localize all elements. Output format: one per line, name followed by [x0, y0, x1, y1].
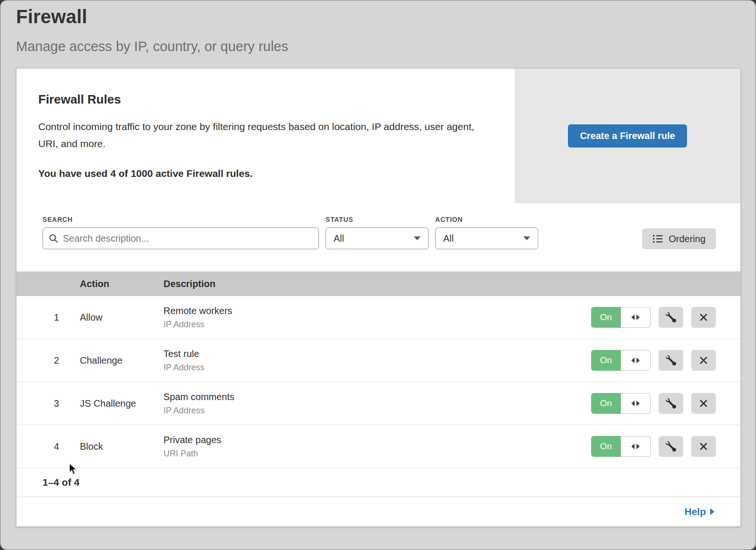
row-action: JS Challenge	[80, 398, 163, 409]
arrow-left-icon	[631, 314, 635, 320]
row-controls: On	[591, 393, 740, 414]
row-priority: 3	[17, 398, 80, 409]
intro-section: Firewall Rules Control incoming traffic …	[17, 69, 740, 203]
description-column-header: Description	[163, 279, 740, 289]
rule-toggle[interactable]: On	[591, 393, 651, 414]
row-description: Remote workers IP Address	[163, 306, 591, 330]
edit-rule-button[interactable]	[659, 307, 683, 328]
arrow-right-icon	[636, 444, 640, 449]
row-priority: 2	[17, 355, 80, 366]
status-selected-value: All	[334, 233, 344, 244]
page-title: Firewall	[16, 6, 740, 27]
search-box	[43, 227, 319, 249]
table-row: 3 JS Challenge Spam comments IP Address …	[17, 382, 740, 425]
intro-heading: Firewall Rules	[38, 92, 486, 107]
intro-description: Control incoming traffic to your zone by…	[38, 118, 486, 152]
search-label: SEARCH	[43, 216, 319, 223]
pagination-text: 1–4 of 4	[43, 477, 79, 488]
row-description-field: URI Path	[163, 449, 591, 459]
status-group: STATUS All	[326, 216, 429, 249]
toggle-off-handle[interactable]	[621, 436, 651, 457]
arrow-left-icon	[631, 358, 635, 363]
chevron-down-icon	[524, 236, 530, 240]
row-description-title: Remote workers	[163, 306, 591, 316]
rule-toggle[interactable]: On	[591, 307, 651, 328]
arrow-left-icon	[631, 401, 635, 406]
usage-text: You have used 4 of 1000 active Firewall …	[38, 168, 486, 179]
firewall-rules-card: Firewall Rules Control incoming traffic …	[16, 68, 741, 527]
row-description-field: IP Address	[163, 363, 591, 373]
search-input[interactable]	[63, 233, 313, 244]
row-action: Challenge	[80, 355, 163, 366]
rule-toggle[interactable]: On	[591, 350, 651, 371]
row-priority: 1	[17, 312, 80, 323]
arrow-right-icon	[636, 314, 640, 320]
toggle-off-handle[interactable]	[621, 350, 651, 371]
table-row: 4 Block Private pages URI Path On	[17, 425, 740, 468]
row-controls: On	[591, 307, 740, 328]
chevron-down-icon	[414, 236, 421, 240]
filters-bar: SEARCH STATUS All ACTION	[17, 203, 740, 271]
row-action: Allow	[80, 312, 163, 323]
action-selected-value: All	[443, 233, 454, 244]
toggle-off-handle[interactable]	[621, 393, 651, 414]
intro-text-block: Firewall Rules Control incoming traffic …	[17, 69, 515, 203]
row-description: Test rule IP Address	[163, 349, 591, 373]
arrow-right-icon	[636, 401, 640, 406]
row-description-field: IP Address	[163, 320, 591, 330]
row-description-field: IP Address	[163, 406, 591, 416]
row-action: Block	[80, 441, 163, 452]
rule-toggle[interactable]: On	[591, 436, 651, 457]
page-subtitle: Manage access by IP, country, or query r…	[16, 39, 740, 54]
ordered-list-icon	[653, 234, 663, 244]
toggle-on-state[interactable]: On	[591, 436, 621, 457]
delete-rule-button[interactable]	[691, 350, 716, 371]
intro-action-panel: Create a Firewall rule	[515, 69, 740, 203]
wrench-icon	[666, 441, 676, 452]
pagination-row: 1–4 of 4	[17, 468, 740, 497]
wrench-icon	[666, 398, 676, 409]
toggle-on-state[interactable]: On	[591, 307, 621, 328]
close-icon	[699, 356, 708, 365]
action-group: ACTION All	[435, 216, 538, 249]
page-header: Firewall Manage access by IP, country, o…	[0, 0, 756, 54]
delete-rule-button[interactable]	[691, 393, 716, 414]
ordering-button[interactable]: Ordering	[642, 228, 716, 249]
ordering-button-label: Ordering	[669, 234, 705, 244]
search-group: SEARCH	[43, 216, 319, 249]
edit-rule-button[interactable]	[659, 350, 683, 371]
edit-rule-button[interactable]	[659, 436, 683, 457]
arrow-right-icon	[710, 508, 714, 515]
arrow-left-icon	[631, 444, 635, 449]
action-dropdown[interactable]: All	[435, 227, 538, 249]
action-column-header: Action	[80, 279, 163, 289]
row-description-title: Private pages	[163, 435, 591, 445]
table-row: 2 Challenge Test rule IP Address On	[17, 339, 740, 382]
row-description: Spam comments IP Address	[163, 392, 591, 416]
toggle-on-state[interactable]: On	[591, 350, 621, 371]
close-icon	[699, 442, 708, 451]
help-link-label: Help	[684, 506, 706, 517]
delete-rule-button[interactable]	[691, 436, 716, 457]
delete-rule-button[interactable]	[691, 307, 716, 328]
firewall-page: Firewall Manage access by IP, country, o…	[0, 0, 756, 550]
status-dropdown[interactable]: All	[326, 227, 429, 249]
row-description-title: Spam comments	[163, 392, 591, 402]
create-firewall-rule-button[interactable]: Create a Firewall rule	[568, 124, 687, 148]
close-icon	[699, 313, 708, 322]
table-row: 1 Allow Remote workers IP Address On	[17, 296, 740, 339]
row-priority: 4	[17, 441, 80, 452]
table-header: Action Description	[17, 271, 740, 296]
row-description: Private pages URI Path	[163, 435, 591, 459]
help-link[interactable]: Help	[684, 506, 714, 517]
status-label: STATUS	[326, 216, 429, 223]
wrench-icon	[666, 312, 676, 323]
toggle-off-handle[interactable]	[621, 307, 651, 328]
help-footer: Help	[17, 497, 740, 526]
row-controls: On	[591, 436, 740, 457]
edit-rule-button[interactable]	[659, 393, 683, 414]
row-description-title: Test rule	[163, 349, 591, 359]
wrench-icon	[666, 355, 676, 366]
arrow-right-icon	[636, 358, 640, 363]
toggle-on-state[interactable]: On	[591, 393, 621, 414]
